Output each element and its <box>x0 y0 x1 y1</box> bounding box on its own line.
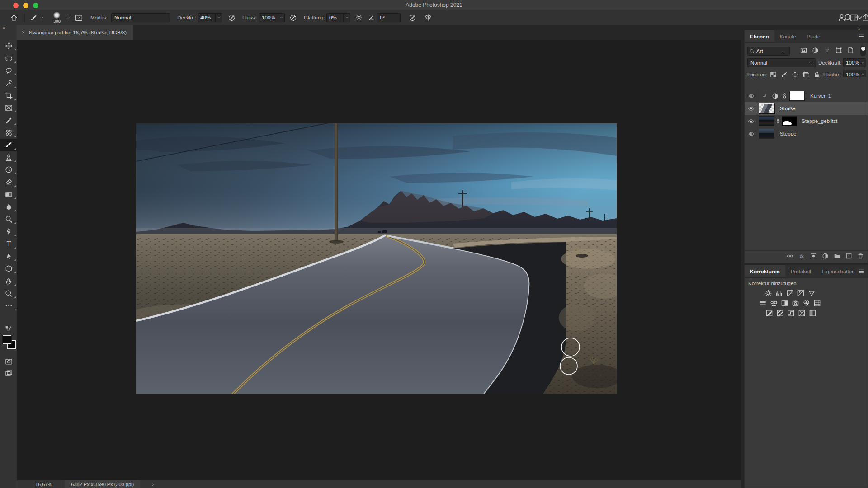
new-layer-button[interactable] <box>845 253 852 261</box>
opacity-input[interactable]: 40% <box>198 13 216 22</box>
filter-adjustment-circle[interactable] <box>811 47 819 54</box>
quick-mask-icon[interactable] <box>5 358 13 366</box>
flow-input[interactable]: 100% <box>259 13 278 22</box>
adjustment-brightness-contrast[interactable] <box>764 290 772 297</box>
foreground-color-swatch[interactable] <box>3 335 11 344</box>
zoom-level-value[interactable]: 16,67% <box>35 482 52 487</box>
brush-tip-preview[interactable] <box>53 12 60 19</box>
layer-opacity-input[interactable]: 100% <box>843 58 859 67</box>
canvas-pasteboard[interactable] <box>17 40 741 480</box>
smoothing-options-gear-icon[interactable] <box>355 14 363 21</box>
chevron-down-icon[interactable] <box>66 16 70 20</box>
tool-blur[interactable] <box>0 201 17 213</box>
layer-row-1[interactable]: Kurven 1 <box>745 89 868 102</box>
chevron-down-icon[interactable] <box>40 16 44 20</box>
layer-row-3[interactable]: Steppe_geblitzt <box>745 115 868 127</box>
tool-shape[interactable] <box>0 263 17 275</box>
adjustment-selective-color[interactable] <box>809 310 816 317</box>
brush-angle-input[interactable]: 0° <box>377 13 401 22</box>
layer-row-2[interactable]: Straße <box>745 102 868 115</box>
layer-thumbnail[interactable] <box>759 103 774 113</box>
layer-style-fx-button[interactable]: fx <box>798 253 805 261</box>
layer-mask-thumbnail[interactable] <box>789 91 805 101</box>
layer-thumbnail[interactable] <box>759 116 774 126</box>
layer-filter-kind-select[interactable]: Art <box>747 47 790 56</box>
tool-brush[interactable] <box>0 139 17 151</box>
new-adjustment-button[interactable] <box>822 253 829 261</box>
airbrush-mode-icon[interactable] <box>289 14 297 22</box>
tool-more-options[interactable] <box>0 300 17 312</box>
tab-protokoll[interactable]: Protokoll <box>785 265 816 277</box>
adjustment-exposure[interactable] <box>797 290 805 297</box>
layer-row-4[interactable]: Steppe <box>745 127 868 140</box>
brush-tool-preset-icon[interactable] <box>30 14 38 22</box>
pressure-opacity-icon[interactable] <box>228 14 236 22</box>
home-icon[interactable] <box>10 14 18 22</box>
layer-name[interactable]: Kurven 1 <box>810 93 831 99</box>
tool-magic-wand[interactable] <box>0 77 17 89</box>
layer-visibility-toggle[interactable] <box>745 102 758 115</box>
flow-dropdown-button[interactable] <box>278 13 285 22</box>
tool-gradient[interactable] <box>0 188 17 201</box>
layer-name[interactable]: Straße <box>780 106 796 111</box>
pressure-size-icon[interactable] <box>409 14 416 22</box>
tool-clone-stamp[interactable] <box>0 151 17 164</box>
adjustment-curves[interactable] <box>786 290 794 297</box>
tab-kanäle[interactable]: Kanäle <box>774 30 802 42</box>
tool-eraser[interactable] <box>0 176 17 188</box>
panel-menu-icon[interactable] <box>858 268 865 275</box>
layer-opacity-dropdown[interactable] <box>859 58 866 67</box>
smoothing-dropdown-button[interactable] <box>344 13 350 22</box>
tool-eyedropper[interactable] <box>0 114 17 126</box>
adjustment-threshold[interactable] <box>787 310 795 317</box>
document-canvas[interactable] <box>136 123 617 394</box>
tool-type[interactable]: T <box>0 238 17 250</box>
tool-frame[interactable] <box>0 102 17 114</box>
tool-path-selection[interactable] <box>0 250 17 263</box>
adjustment-invert[interactable] <box>765 310 773 317</box>
delete-layer-button[interactable] <box>857 253 864 261</box>
layer-mask-thumbnail[interactable] <box>782 116 797 126</box>
adjustment-color-lookup[interactable] <box>813 300 821 307</box>
tab-eigenschaften[interactable]: Eigenschaften <box>816 265 860 277</box>
filter-smart-object-filter[interactable] <box>847 47 854 54</box>
adjustment-black-white[interactable] <box>781 300 788 307</box>
status-options-chevron[interactable]: › <box>152 482 154 487</box>
tool-elliptical-marquee[interactable] <box>0 52 17 64</box>
opacity-dropdown-button[interactable] <box>216 13 222 22</box>
adjustment-vibrance[interactable] <box>808 290 816 297</box>
tool-history-brush[interactable] <box>0 164 17 176</box>
blend-mode-select[interactable]: Normal <box>111 13 170 22</box>
tool-move[interactable] <box>0 40 17 52</box>
tab-korrekturen[interactable]: Korrekturen <box>745 265 785 277</box>
close-tab-icon[interactable]: × <box>22 29 25 36</box>
link-layers-button[interactable] <box>787 253 793 261</box>
adjustment-gradient-map[interactable] <box>798 310 806 317</box>
tool-zoom[interactable] <box>0 287 17 300</box>
filter-shape-layer-filter[interactable] <box>835 47 843 54</box>
layer-visibility-toggle[interactable] <box>745 127 758 140</box>
tool-pen[interactable] <box>0 225 17 238</box>
layer-visibility-toggle[interactable] <box>745 115 758 127</box>
layer-blend-mode-select[interactable]: Normal <box>747 58 816 67</box>
layer-thumbnail[interactable] <box>759 129 774 139</box>
adjustment-channel-mixer[interactable] <box>802 300 810 307</box>
tab-ebenen[interactable]: Ebenen <box>745 30 774 42</box>
screen-mode-icon[interactable] <box>5 370 13 377</box>
tool-crop[interactable] <box>0 89 17 102</box>
tool-hand[interactable] <box>0 275 17 287</box>
symmetry-butterfly-icon[interactable] <box>424 14 432 22</box>
smoothing-input[interactable]: 0% <box>326 13 344 22</box>
layer-filter-toggle[interactable] <box>860 46 866 56</box>
filter-type-layer-filter[interactable]: T <box>823 47 831 54</box>
swap-colors-icon[interactable] <box>3 325 14 333</box>
add-mask-button[interactable] <box>810 253 817 261</box>
panel-menu-icon[interactable] <box>858 33 865 40</box>
filter-pixel-layer-filter[interactable] <box>800 47 807 54</box>
adjustment-hue-saturation[interactable] <box>759 300 767 307</box>
tool-dodge[interactable] <box>0 213 17 225</box>
tool-healing-brush[interactable] <box>0 127 17 139</box>
toggle-brush-settings-icon[interactable] <box>75 14 83 22</box>
layer-name[interactable]: Steppe <box>780 131 796 136</box>
adjustment-posterize[interactable] <box>776 310 784 317</box>
